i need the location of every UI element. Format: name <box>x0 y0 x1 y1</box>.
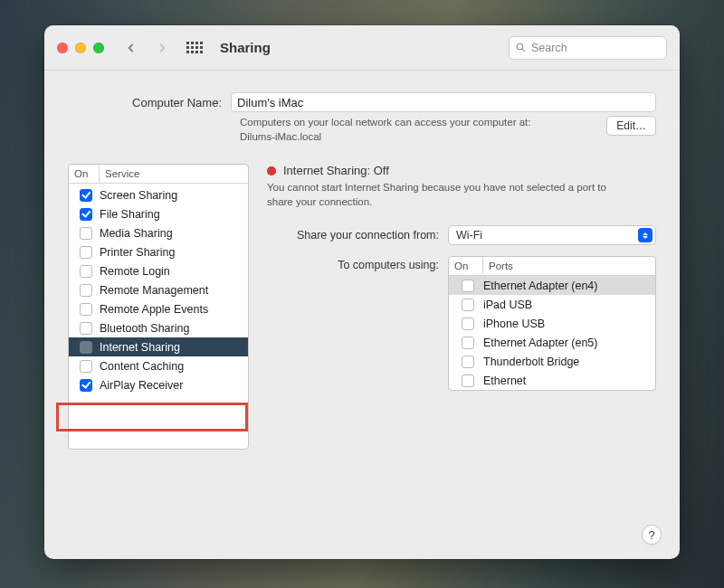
service-row[interactable]: Remote Apple Events <box>69 299 248 318</box>
share-from-label: Share your connection from: <box>267 229 448 242</box>
forward-button[interactable] <box>151 37 173 59</box>
service-row[interactable]: Printer Sharing <box>69 242 248 261</box>
close-icon[interactable] <box>57 43 68 53</box>
svg-line-1 <box>522 49 525 52</box>
service-label: Media Sharing <box>100 227 173 240</box>
note-line-2: Dilums-iMac.local <box>240 130 594 145</box>
service-label: Remote Management <box>100 284 208 297</box>
edit-button[interactable]: Edit… <box>606 116 656 136</box>
service-checkbox[interactable] <box>80 360 92 373</box>
search-icon <box>515 42 527 53</box>
minimize-icon[interactable] <box>75 43 86 53</box>
port-label: Thunderbolt Bridge <box>483 356 579 368</box>
ports-col-on: On <box>449 257 483 275</box>
service-row[interactable]: AirPlay Receiver <box>69 375 248 394</box>
port-row[interactable]: Ethernet Adapter (en4) <box>449 276 655 295</box>
service-checkbox[interactable] <box>80 208 92 221</box>
ports-list: On Ports Ethernet Adapter (en4)iPad USBi… <box>448 256 656 391</box>
window-title: Sharing <box>220 40 271 55</box>
service-checkbox[interactable] <box>80 265 92 278</box>
help-button[interactable]: ? <box>642 525 662 545</box>
port-checkbox[interactable] <box>462 280 474 292</box>
port-label: Ethernet <box>483 375 526 387</box>
service-label: Internet Sharing <box>100 341 180 354</box>
service-label: Screen Sharing <box>100 189 177 202</box>
services-col-on: On <box>69 165 100 183</box>
service-label: Bluetooth Sharing <box>100 322 189 335</box>
port-row[interactable]: iPad USB <box>449 295 655 314</box>
service-checkbox[interactable] <box>80 189 92 202</box>
port-label: Ethernet Adapter (en4) <box>483 280 597 292</box>
share-from-select[interactable]: Wi-Fi <box>448 225 656 245</box>
service-checkbox[interactable] <box>80 227 92 240</box>
service-row[interactable]: Remote Login <box>69 261 248 280</box>
note-line-1: Computers on your local network can acce… <box>240 116 594 130</box>
port-label: Ethernet Adapter (en5) <box>483 337 597 349</box>
port-checkbox[interactable] <box>462 299 474 311</box>
service-checkbox[interactable] <box>80 341 92 354</box>
services-list: On Service Screen SharingFile SharingMed… <box>68 164 249 450</box>
service-row[interactable]: Remote Management <box>69 280 248 299</box>
service-checkbox[interactable] <box>80 303 92 316</box>
service-label: Content Caching <box>100 360 184 373</box>
port-checkbox[interactable] <box>462 375 474 387</box>
port-checkbox[interactable] <box>462 356 474 368</box>
detail-pane: Internet Sharing: Off You cannot start I… <box>267 164 656 402</box>
service-row[interactable]: Bluetooth Sharing <box>69 318 248 337</box>
computer-name-label: Computer Name: <box>68 96 231 109</box>
service-label: AirPlay Receiver <box>100 379 183 392</box>
port-row[interactable]: iPhone USB <box>449 314 655 333</box>
services-col-service: Service <box>100 165 248 183</box>
back-button[interactable] <box>120 37 142 59</box>
status-description: You cannot start Internet Sharing becaus… <box>267 181 629 209</box>
search-input[interactable] <box>531 42 661 54</box>
service-checkbox[interactable] <box>80 284 92 297</box>
search-field[interactable] <box>509 36 667 60</box>
service-label: Printer Sharing <box>100 246 175 259</box>
content-area: Computer Name: Computers on your local n… <box>44 71 680 559</box>
port-row[interactable]: Thunderbolt Bridge <box>449 352 655 371</box>
status-label: Internet Sharing: Off <box>283 164 389 177</box>
service-row[interactable]: Content Caching <box>69 356 248 375</box>
port-label: iPad USB <box>483 299 532 311</box>
zoom-icon[interactable] <box>93 43 104 53</box>
port-checkbox[interactable] <box>462 337 474 349</box>
titlebar: Sharing <box>44 25 680 71</box>
service-label: Remote Login <box>100 265 170 278</box>
port-checkbox[interactable] <box>462 318 474 330</box>
service-row[interactable]: Internet Sharing <box>69 337 248 356</box>
preferences-window: Sharing Computer Name: Computers on your… <box>44 25 680 559</box>
port-label: iPhone USB <box>483 318 545 330</box>
ports-col-ports: Ports <box>483 257 655 275</box>
chevron-updown-icon <box>638 228 653 242</box>
svg-point-0 <box>517 43 523 50</box>
port-row[interactable]: Ethernet <box>449 371 655 390</box>
service-label: Remote Apple Events <box>100 303 208 316</box>
computer-name-note: Computers on your local network can acce… <box>240 116 656 144</box>
service-checkbox[interactable] <box>80 322 92 335</box>
status-dot-icon <box>267 166 276 175</box>
window-controls <box>57 43 104 53</box>
service-row[interactable]: Screen Sharing <box>69 185 248 204</box>
computer-name-row: Computer Name: <box>68 92 656 112</box>
service-checkbox[interactable] <box>80 246 92 259</box>
service-checkbox[interactable] <box>80 379 92 392</box>
show-all-icon[interactable] <box>184 37 205 59</box>
port-row[interactable]: Ethernet Adapter (en5) <box>449 333 655 352</box>
service-row[interactable]: File Sharing <box>69 204 248 223</box>
to-computers-label: To computers using: <box>267 256 448 271</box>
service-row[interactable]: Media Sharing <box>69 223 248 242</box>
service-label: File Sharing <box>100 208 160 221</box>
share-from-value: Wi-Fi <box>456 229 482 242</box>
computer-name-input[interactable] <box>231 92 656 112</box>
